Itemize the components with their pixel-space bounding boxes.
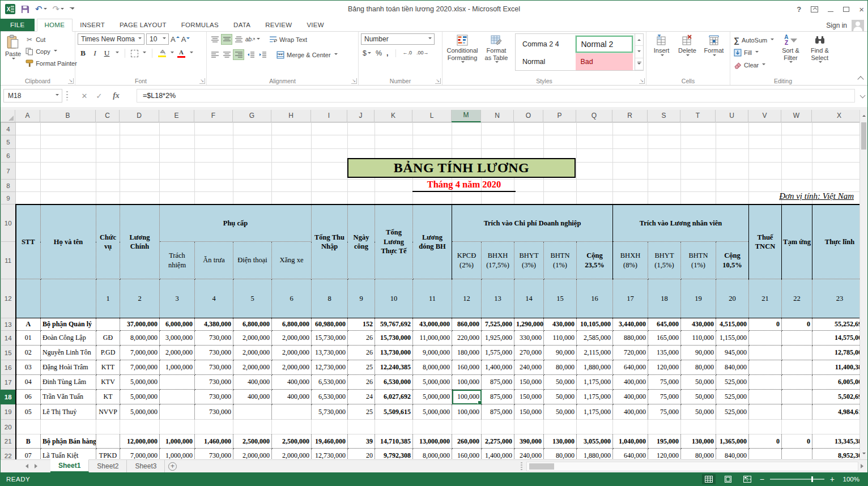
cell-D16[interactable]: 7,000,000 — [120, 360, 160, 375]
cell-X13[interactable]: 55,252,692 — [812, 318, 861, 331]
clipboard-dialog-launcher-icon[interactable]: ↘ — [68, 78, 74, 84]
tab-sheet1[interactable]: Sheet1 — [50, 459, 89, 472]
styles-dialog-launcher-icon[interactable]: ↘ — [639, 78, 645, 84]
font-color-button[interactable]: A — [177, 49, 185, 58]
row-header-18[interactable]: 18 — [1, 390, 16, 404]
col-header-R[interactable]: R — [612, 110, 648, 122]
cell-A19[interactable]: 05 — [16, 404, 41, 420]
cell-U19[interactable]: 525,000 — [716, 404, 749, 420]
colindex-W[interactable]: 22 — [782, 279, 812, 318]
cell-O4[interactable] — [514, 123, 544, 135]
cell-X8[interactable] — [812, 180, 861, 192]
cell-H21[interactable]: 2,500,000 — [272, 434, 312, 449]
increase-decimal-button[interactable]: ←.0 — [403, 50, 412, 56]
delete-cells-button[interactable]: Delete — [674, 33, 700, 59]
zoom-slider-thumb[interactable] — [811, 476, 813, 482]
cell-T4[interactable] — [681, 123, 716, 135]
cell-W19[interactable] — [782, 404, 812, 420]
cell-G15[interactable]: 2,000,000 — [233, 346, 272, 360]
colindex-S[interactable]: 18 — [648, 279, 681, 318]
row-header-20[interactable]: 20 — [1, 420, 16, 434]
cell-S16[interactable]: 120,000 — [648, 360, 681, 375]
cell-U21[interactable]: 1,365,000 — [716, 434, 749, 449]
alignment-dialog-launcher-icon[interactable]: ↘ — [351, 78, 357, 84]
cell-F17[interactable]: 730,000 — [195, 375, 233, 390]
cell-P14[interactable]: 110,000 — [544, 331, 577, 346]
cell-J9[interactable] — [348, 192, 375, 204]
cell-E5[interactable] — [160, 135, 195, 149]
cell-A8[interactable] — [16, 180, 41, 192]
cell-T5[interactable] — [681, 135, 716, 149]
cell-I15[interactable]: 13,730,000 — [312, 346, 348, 360]
cell-X17[interactable]: 6,005,000 — [812, 375, 861, 390]
colindex-E[interactable]: 3 — [160, 279, 195, 318]
cell-W20[interactable] — [782, 420, 812, 434]
cell-T18[interactable]: 50,000 — [681, 390, 716, 404]
cell-L5[interactable] — [413, 135, 452, 149]
cell-N5[interactable] — [482, 135, 514, 149]
row-header-22[interactable]: 22 — [1, 449, 16, 460]
cell-R7[interactable] — [613, 163, 648, 180]
scroll-down-icon[interactable] — [860, 449, 867, 458]
col-header-C[interactable]: C — [96, 110, 120, 122]
cell-P13[interactable]: 430,000 — [544, 318, 577, 331]
cell-I17[interactable]: 6,530,000 — [312, 375, 348, 390]
merge-center-button[interactable]: Merge & Center — [275, 49, 339, 61]
cell-F7[interactable] — [195, 163, 233, 180]
cell-J14[interactable]: 26 — [348, 331, 375, 346]
cell-L22[interactable]: 8,000,000 — [413, 449, 452, 460]
cell-M16[interactable]: 160,000 — [452, 360, 482, 375]
cell-A4[interactable] — [16, 123, 41, 135]
cell-A21[interactable]: B — [16, 434, 41, 449]
cell-D7[interactable] — [120, 163, 160, 180]
number-dialog-launcher-icon[interactable]: ↘ — [435, 78, 441, 84]
sign-in-link[interactable]: Sign in — [826, 22, 847, 29]
cell-P21[interactable]: 130,000 — [544, 434, 577, 449]
cell-C13[interactable] — [96, 318, 120, 331]
cell-K20[interactable] — [375, 420, 413, 434]
cell-N9[interactable] — [482, 192, 514, 204]
row-header-15[interactable]: 15 — [1, 346, 16, 360]
cell-S21[interactable]: 195,000 — [648, 434, 681, 449]
style-comma-2-4[interactable]: Comma 2 4 — [517, 36, 575, 53]
cell-F18[interactable]: 730,000 — [195, 390, 233, 404]
cell-R14[interactable]: 880,000 — [613, 331, 648, 346]
cell-R22[interactable]: 640,000 — [613, 449, 648, 460]
cell-M22[interactable]: 160,000 — [452, 449, 482, 460]
cell-R17[interactable]: 400,000 — [613, 375, 648, 390]
zoom-slider[interactable] — [770, 479, 824, 480]
cell-G5[interactable] — [233, 135, 272, 149]
colindex-A[interactable] — [16, 279, 41, 318]
cell-J15[interactable]: 26 — [348, 346, 375, 360]
cell-W16[interactable] — [782, 360, 812, 375]
cell-U7[interactable] — [716, 163, 749, 180]
accounting-format-button[interactable]: $ — [363, 49, 371, 57]
cell-R6[interactable] — [613, 149, 648, 163]
copy-button[interactable]: Copy — [24, 45, 78, 57]
col-header-V[interactable]: V — [748, 110, 781, 122]
minimize-button[interactable] — [828, 11, 833, 12]
cell-S20[interactable] — [648, 420, 681, 434]
cell-N14[interactable]: 1,925,000 — [482, 331, 514, 346]
fill-color-button[interactable] — [158, 49, 166, 57]
cell-O13[interactable]: 1,290,000 — [514, 318, 544, 331]
cell-W15[interactable] — [782, 346, 812, 360]
cell-G14[interactable]: 2,000,000 — [233, 331, 272, 346]
align-bottom-button[interactable] — [233, 34, 244, 45]
cell-J19[interactable]: 25 — [348, 404, 375, 420]
header-cell-7[interactable]: Tổng Lương Thực Tế — [375, 204, 413, 279]
row-header-9[interactable]: 9 — [1, 192, 16, 204]
cell-V8[interactable] — [749, 180, 782, 192]
cell-N19[interactable]: 875,000 — [482, 404, 514, 420]
colindex-J[interactable]: 9 — [348, 279, 375, 318]
cell-A5[interactable] — [16, 135, 41, 149]
header-cell-0[interactable]: STT — [16, 204, 41, 279]
col-header-P[interactable]: P — [543, 110, 576, 122]
tab-data[interactable]: DATA — [226, 19, 258, 31]
cell-K19[interactable]: 5,509,615 — [375, 404, 413, 420]
cell-N21[interactable]: 2,275,000 — [482, 434, 514, 449]
cell-G16[interactable]: 2,000,000 — [233, 360, 272, 375]
increase-indent-button[interactable] — [257, 49, 268, 60]
cell-X21[interactable]: 13,345,385 — [812, 434, 861, 449]
cell-I19[interactable]: 5,730,000 — [312, 404, 348, 420]
